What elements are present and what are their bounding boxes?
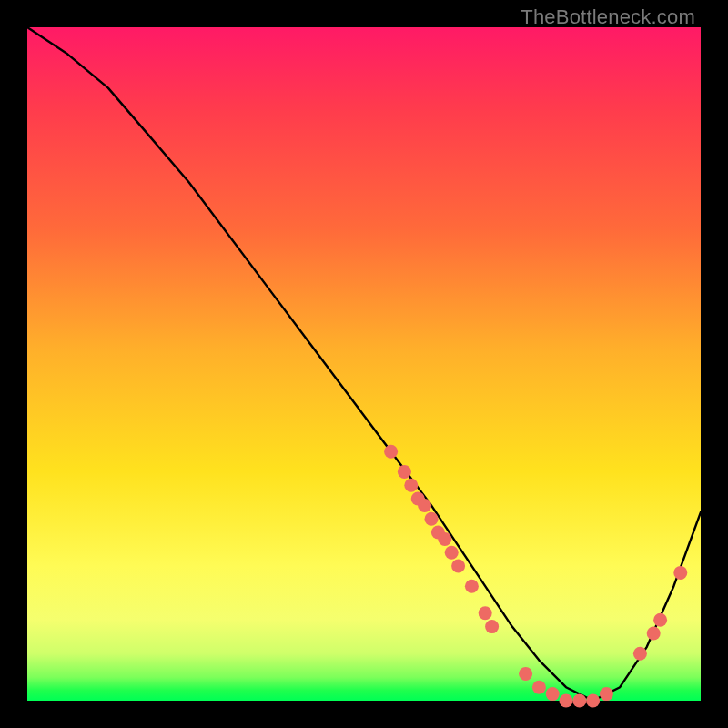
- data-point: [532, 681, 546, 694]
- data-point: [546, 687, 560, 701]
- data-point: [647, 627, 661, 641]
- bottleneck-curve: [27, 27, 701, 701]
- data-point: [560, 694, 573, 708]
- data-point: [451, 560, 465, 573]
- data-point: [673, 566, 687, 580]
- plot-area: [27, 27, 701, 701]
- data-point: [479, 606, 492, 620]
- data-point: [398, 465, 411, 479]
- data-point: [425, 512, 439, 526]
- data-point: [445, 546, 459, 560]
- data-point: [653, 613, 667, 627]
- data-point: [485, 620, 499, 633]
- data-point: [600, 687, 613, 701]
- chart-svg: [27, 27, 701, 701]
- data-point: [384, 445, 398, 459]
- data-point: [586, 694, 600, 708]
- data-point: [465, 580, 479, 593]
- data-point: [404, 479, 418, 492]
- data-point: [519, 667, 532, 681]
- data-points-group: [384, 445, 687, 708]
- data-point: [418, 499, 431, 512]
- chart-stage: TheBottleneck.com: [0, 0, 728, 728]
- watermark-text: TheBottleneck.com: [521, 5, 695, 29]
- data-point: [572, 694, 586, 708]
- data-point: [438, 532, 451, 546]
- data-point: [633, 647, 647, 661]
